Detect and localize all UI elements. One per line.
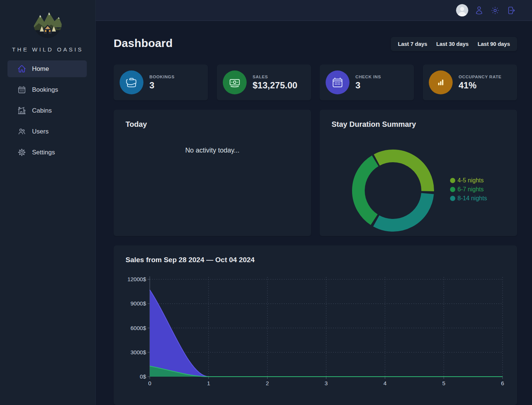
brand-name: THE WILD OASIS bbox=[0, 46, 95, 53]
sidebar-item-settings[interactable]: Settings bbox=[7, 144, 87, 161]
y-tick-label: 12000$ bbox=[127, 276, 146, 282]
sales-chart-panel: Sales from Sep 28 2024 — Oct 04 2024 0$3… bbox=[114, 245, 517, 405]
home-icon bbox=[18, 65, 26, 73]
banknotes-icon bbox=[223, 70, 247, 94]
y-tick-label: 9000$ bbox=[130, 300, 146, 307]
stat-sales: Sales $13,275.00 bbox=[217, 65, 311, 100]
y-tick-label: 3000$ bbox=[130, 349, 146, 355]
stat-occupancy-rate: Occupancy rate 41% bbox=[423, 65, 517, 100]
stat-check-ins: Check ins 3 bbox=[320, 65, 414, 100]
x-tick-label: 6 bbox=[501, 380, 504, 386]
page-title: Dashboard bbox=[114, 37, 173, 50]
stat-value: 3 bbox=[149, 80, 174, 91]
stat-label: Check ins bbox=[355, 75, 381, 79]
x-tick-label: 5 bbox=[442, 380, 445, 386]
dark-mode-toggle[interactable] bbox=[491, 6, 500, 15]
filter-last-7-days[interactable]: Last 7 days bbox=[395, 39, 431, 49]
stay-duration-panel: Stay Duration Summary 4-5 nights 6-7 nig… bbox=[320, 110, 517, 236]
sidebar-item-users[interactable]: Users bbox=[7, 123, 87, 140]
stay-duration-title: Stay Duration Summary bbox=[332, 120, 505, 129]
sidebar-item-label: Settings bbox=[32, 149, 55, 156]
gear-icon bbox=[18, 148, 26, 157]
sidebar-item-label: Bookings bbox=[32, 86, 58, 94]
wild-oasis-logo-image bbox=[29, 7, 66, 42]
stay-duration-donut-chart bbox=[348, 146, 438, 235]
stat-bookings: Bookings 3 bbox=[114, 65, 208, 100]
legend-dot-icon bbox=[450, 196, 455, 201]
logout-button[interactable] bbox=[507, 6, 516, 15]
legend-item: 4-5 nights bbox=[450, 177, 487, 184]
sales-area-chart: 0$3000$6000$9000$12000$0123456 bbox=[114, 245, 517, 405]
donut-slice bbox=[376, 194, 428, 225]
legend-item: 6-7 nights bbox=[450, 186, 487, 193]
x-tick-label: 4 bbox=[383, 380, 386, 386]
legend-dot-icon bbox=[450, 187, 455, 192]
donut-slice bbox=[377, 156, 428, 191]
sidebar-nav: Home Bookings Cabins Users Settings bbox=[7, 60, 87, 161]
sidebar-item-home[interactable]: Home bbox=[7, 60, 87, 77]
x-tick-label: 3 bbox=[324, 380, 327, 386]
sidebar-item-label: Cabins bbox=[32, 107, 52, 114]
legend-label: 4-5 nights bbox=[457, 177, 484, 184]
donut-slice bbox=[358, 161, 375, 220]
stat-value: $13,275.00 bbox=[253, 80, 297, 91]
y-tick-label: 6000$ bbox=[130, 325, 146, 331]
top-bar bbox=[96, 0, 532, 21]
stat-label: Bookings bbox=[149, 75, 174, 79]
x-tick-label: 0 bbox=[148, 380, 151, 386]
chart-bar-icon bbox=[429, 70, 453, 94]
filter-last-30-days[interactable]: Last 30 days bbox=[433, 39, 472, 49]
today-empty-message: No activity today... bbox=[126, 147, 299, 154]
stat-label: Sales bbox=[253, 75, 297, 79]
x-tick-label: 2 bbox=[266, 380, 269, 386]
briefcase-icon bbox=[120, 70, 143, 94]
avatar bbox=[456, 4, 468, 16]
logout-icon bbox=[507, 6, 516, 15]
calendar-days-icon bbox=[326, 70, 349, 94]
legend-label: 8-14 nights bbox=[457, 195, 487, 202]
user-icon bbox=[475, 6, 484, 15]
date-range-filter: Last 7 days Last 30 days Last 90 days bbox=[391, 37, 517, 51]
sidebar-item-label: Users bbox=[32, 128, 48, 135]
sidebar-item-bookings[interactable]: Bookings bbox=[7, 81, 87, 98]
sidebar-item-cabins[interactable]: Cabins bbox=[7, 102, 87, 119]
today-title: Today bbox=[126, 120, 299, 129]
sun-icon bbox=[491, 6, 500, 15]
filter-last-90-days[interactable]: Last 90 days bbox=[474, 39, 513, 49]
legend-item: 8-14 nights bbox=[450, 195, 487, 202]
sidebar: THE WILD OASIS Home Bookings Cabins User… bbox=[0, 0, 96, 405]
user-button[interactable] bbox=[475, 6, 484, 15]
users-icon bbox=[18, 127, 26, 136]
sidebar-item-label: Home bbox=[32, 65, 49, 73]
donut-legend: 4-5 nights 6-7 nights 8-14 nights bbox=[450, 177, 487, 202]
logo: THE WILD OASIS bbox=[0, 0, 95, 53]
y-tick-label: 0$ bbox=[140, 373, 146, 380]
today-panel: Today No activity today... bbox=[114, 110, 311, 236]
calendar-days-icon bbox=[18, 85, 26, 94]
x-tick-label: 1 bbox=[207, 380, 210, 386]
stat-label: Occupancy rate bbox=[459, 75, 501, 79]
stat-value: 41% bbox=[459, 80, 501, 91]
stat-value: 3 bbox=[355, 80, 381, 91]
cabin-icon bbox=[18, 106, 26, 115]
legend-label: 6-7 nights bbox=[457, 186, 484, 193]
legend-dot-icon bbox=[450, 178, 455, 183]
